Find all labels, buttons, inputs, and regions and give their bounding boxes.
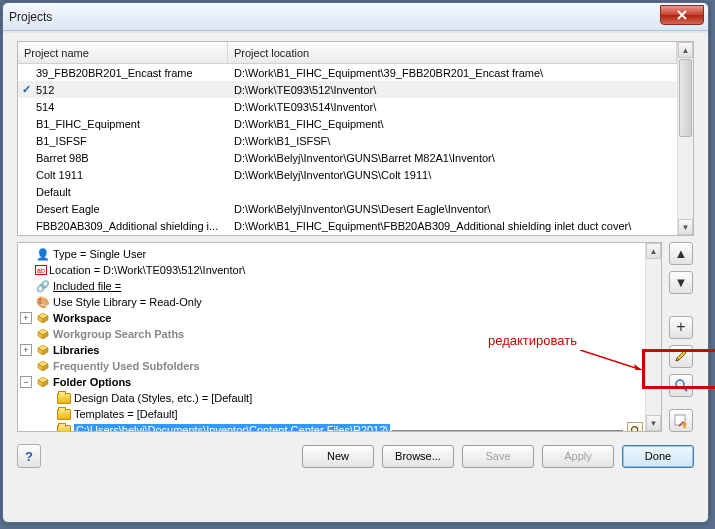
link-icon: 🔗 [35, 279, 51, 293]
table-row[interactable]: Barret 98BD:\Work\Belyj\Inventor\GUNS\Ba… [18, 149, 677, 166]
scroll-thumb[interactable] [679, 59, 692, 137]
pencil-icon [674, 349, 688, 363]
triangle-up-icon: ▲ [675, 246, 688, 261]
find-button[interactable] [669, 374, 693, 397]
help-icon: ? [25, 449, 33, 464]
move-up-button[interactable]: ▲ [669, 242, 693, 265]
tree-type[interactable]: 👤Type = Single User [20, 246, 643, 262]
table-row[interactable]: 514D:\Work\TE093\514\Inventor\ [18, 98, 677, 115]
browse-folder-button[interactable] [627, 422, 643, 431]
svg-line-18 [683, 387, 687, 391]
active-mark: ✓ [18, 83, 34, 96]
close-icon [677, 10, 687, 20]
configure-button[interactable] [669, 409, 693, 432]
magnify-icon [630, 425, 641, 432]
browse-button[interactable]: Browse... [382, 445, 454, 468]
cube-icon [35, 343, 51, 357]
ab-icon: ab [35, 265, 47, 275]
apply-button[interactable]: Apply [542, 445, 614, 468]
table-header: Project name Project location [18, 42, 677, 64]
col-project-name[interactable]: Project name [18, 42, 228, 63]
scroll-down-icon[interactable]: ▼ [646, 415, 661, 431]
table-row[interactable]: Desert EagleD:\Work\Belyj\Inventor\GUNS\… [18, 200, 677, 217]
table-row[interactable]: B1_ISFSFD:\Work\B1_ISFSF\ [18, 132, 677, 149]
annotation-label: редактировать [488, 333, 577, 348]
gear-icon [674, 414, 688, 428]
new-button[interactable]: New [302, 445, 374, 468]
table-scrollbar[interactable]: ▲ ▼ [677, 42, 693, 235]
tree-included-file[interactable]: 🔗Included file = [20, 278, 643, 294]
dialog-footer: ? New Browse... Save Apply Done [17, 438, 694, 470]
tree-scrollbar[interactable]: ▲ ▼ [645, 243, 661, 431]
table-row[interactable]: B1_FIHC_EquipmentD:\Work\B1_FIHC_Equipme… [18, 115, 677, 132]
help-button[interactable]: ? [17, 444, 41, 468]
edit-button[interactable] [669, 345, 693, 368]
col-project-location[interactable]: Project location [228, 42, 677, 63]
expand-icon[interactable]: + [20, 312, 32, 324]
folder-icon [56, 391, 72, 405]
tree-folder-options[interactable]: −Folder Options [20, 374, 643, 390]
table-row[interactable]: ✓512D:\Work\TE093\512\Inventor\ [18, 81, 677, 98]
table-row[interactable]: Default [18, 183, 677, 200]
scroll-down-icon[interactable]: ▼ [678, 219, 693, 235]
triangle-down-icon: ▼ [675, 275, 688, 290]
cube-icon [35, 359, 51, 373]
add-button[interactable]: + [669, 316, 693, 339]
table-row[interactable]: Colt 1911D:\Work\Belyj\Inventor\GUNS\Col… [18, 166, 677, 183]
search-icon [674, 378, 688, 392]
scroll-up-icon[interactable]: ▲ [678, 42, 693, 58]
cube-icon [35, 327, 51, 341]
tree-content-center[interactable]: C:\Users\belyj\Documents\Inventor\Conten… [20, 422, 643, 431]
cube-icon [35, 375, 51, 389]
move-down-button[interactable]: ▼ [669, 271, 693, 294]
expand-icon[interactable]: + [20, 344, 32, 356]
tree-design-data[interactable]: Design Data (Styles, etc.) = [Default] [20, 390, 643, 406]
table-row[interactable]: 39_FBB20BR201_Encast frameD:\Work\B1_FIH… [18, 64, 677, 81]
done-button[interactable]: Done [622, 445, 694, 468]
person-icon: 👤 [35, 247, 51, 261]
tree-workspace[interactable]: +Workspace [20, 310, 643, 326]
window-title: Projects [9, 10, 52, 24]
svg-point-15 [631, 426, 637, 431]
tree-templates[interactable]: Templates = [Default] [20, 406, 643, 422]
palette-icon: 🎨 [35, 295, 51, 309]
tree-style-library[interactable]: 🎨Use Style Library = Read-Only [20, 294, 643, 310]
folder-icon [56, 407, 72, 421]
collapse-icon[interactable]: − [20, 376, 32, 388]
tree-frequently-used[interactable]: Frequently Used Subfolders [20, 358, 643, 374]
table-row[interactable]: FBB20AB309_Additional shielding i...D:\W… [18, 217, 677, 234]
projects-body: 39_FBB20BR201_Encast frameD:\Work\B1_FIH… [18, 64, 677, 234]
cube-icon [35, 311, 51, 325]
svg-point-17 [676, 380, 684, 388]
side-toolbar: ▲ ▼ + [668, 242, 694, 432]
titlebar: Projects [3, 3, 708, 31]
projects-table-panel: Project name Project location 39_FBB20BR… [17, 41, 694, 236]
scroll-up-icon[interactable]: ▲ [646, 243, 661, 259]
plus-icon: + [676, 318, 685, 336]
save-button[interactable]: Save [462, 445, 534, 468]
tree-location[interactable]: abLocation = D:\Work\TE093\512\Inventor\ [20, 262, 643, 278]
folder-icon [56, 423, 72, 431]
close-button[interactable] [660, 5, 704, 25]
